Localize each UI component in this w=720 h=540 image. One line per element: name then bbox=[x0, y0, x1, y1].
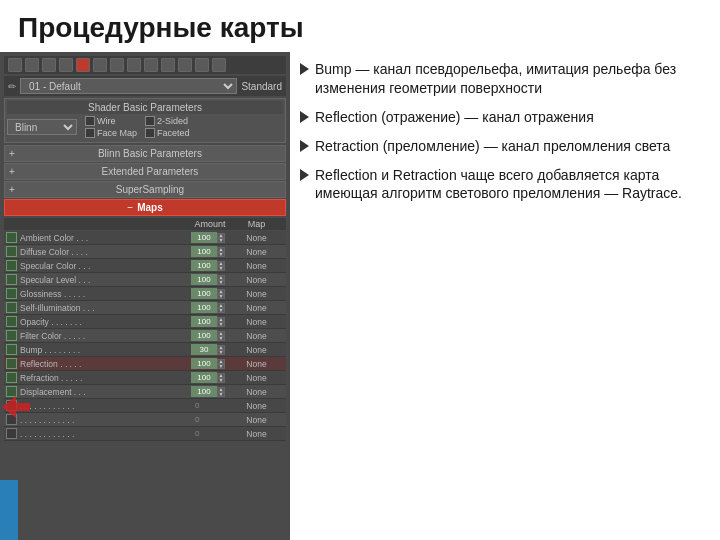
extended-section-bar[interactable]: + Extended Parameters bbox=[4, 163, 286, 180]
table-row: Specular Color . . . ▲ ▼ None bbox=[4, 259, 286, 273]
toolbar-icon-2[interactable] bbox=[25, 58, 39, 72]
map-row-amount: ▲ ▼ bbox=[191, 260, 229, 271]
material-name-dropdown[interactable]: 01 - Default bbox=[20, 78, 237, 94]
amount-input[interactable] bbox=[191, 372, 217, 383]
two-sided-checkbox[interactable] bbox=[145, 116, 155, 126]
map-checkbox[interactable] bbox=[6, 232, 17, 243]
col-header-map: Map bbox=[229, 219, 284, 229]
face-map-checkbox-item: Face Map bbox=[85, 128, 137, 138]
spinner-down[interactable]: ▼ bbox=[217, 252, 225, 257]
table-row: Reflection . . . . . ▲ ▼ None bbox=[4, 357, 286, 371]
supersampling-section-bar[interactable]: + SuperSampling bbox=[4, 181, 286, 198]
page-title: Процедурные карты bbox=[0, 0, 720, 52]
spinner-down[interactable]: ▼ bbox=[217, 336, 225, 341]
map-row-name: Filter Color . . . . . bbox=[20, 331, 191, 341]
wire-label: Wire bbox=[97, 116, 116, 126]
spinner-down[interactable]: ▼ bbox=[217, 322, 225, 327]
map-row-map: None bbox=[229, 261, 284, 271]
maps-section-bar[interactable]: − Maps bbox=[4, 199, 286, 216]
shader-type-dropdown[interactable]: Blinn bbox=[7, 119, 77, 135]
map-checkbox[interactable] bbox=[6, 316, 17, 327]
table-row: Opacity . . . . . . . ▲ ▼ None bbox=[4, 315, 286, 329]
map-row-map: None bbox=[229, 359, 284, 369]
maps-table: Ambient Color . . . ▲ ▼ None Diffuse Col… bbox=[4, 231, 286, 536]
toolbar-icon-1[interactable] bbox=[8, 58, 22, 72]
toolbar-icon-9[interactable] bbox=[144, 58, 158, 72]
map-row-name: Reflection . . . . . bbox=[20, 359, 191, 369]
spinner-down[interactable]: ▼ bbox=[217, 294, 225, 299]
svg-marker-0 bbox=[2, 396, 30, 418]
map-checkbox[interactable] bbox=[6, 302, 17, 313]
amount-input[interactable] bbox=[191, 260, 217, 271]
toolbar-icon-7[interactable] bbox=[110, 58, 124, 72]
amount-input[interactable] bbox=[191, 330, 217, 341]
toolbar-icon-12[interactable] bbox=[195, 58, 209, 72]
map-checkbox[interactable] bbox=[6, 372, 17, 383]
spinner-down[interactable]: ▼ bbox=[217, 280, 225, 285]
bullet-arrow bbox=[300, 63, 309, 75]
face-map-checkbox[interactable] bbox=[85, 128, 95, 138]
map-checkbox[interactable] bbox=[6, 344, 17, 355]
faceted-label: Faceted bbox=[157, 128, 190, 138]
map-checkbox[interactable] bbox=[6, 288, 17, 299]
table-row: Filter Color . . . . . ▲ ▼ None bbox=[4, 329, 286, 343]
toolbar-icon-3[interactable] bbox=[42, 58, 56, 72]
spinner-down[interactable]: ▼ bbox=[217, 378, 225, 383]
wire-checkbox[interactable] bbox=[85, 116, 95, 126]
toolbar-icon-8[interactable] bbox=[127, 58, 141, 72]
map-row-name: Diffuse Color . . . . bbox=[20, 247, 191, 257]
spinner-down[interactable]: ▼ bbox=[217, 350, 225, 355]
toolbar-icon-5[interactable] bbox=[76, 58, 90, 72]
bullet-arrow bbox=[300, 169, 309, 181]
map-checkbox[interactable] bbox=[6, 260, 17, 271]
map-row-name: Specular Color . . . bbox=[20, 261, 191, 271]
amount-input[interactable] bbox=[191, 246, 217, 257]
map-row-amount: ▲ ▼ bbox=[191, 386, 229, 397]
toolbar-icon-4[interactable] bbox=[59, 58, 73, 72]
map-checkbox[interactable] bbox=[6, 330, 17, 341]
extended-label: Extended Parameters bbox=[19, 166, 281, 177]
map-row-amount: ▲ ▼ bbox=[191, 232, 229, 243]
plus-icon-blinn: + bbox=[9, 148, 15, 159]
table-row: . . . . . . . . . . . . 0 None bbox=[4, 427, 286, 441]
map-checkbox[interactable] bbox=[6, 358, 17, 369]
amount-input[interactable] bbox=[191, 274, 217, 285]
map-checkbox[interactable] bbox=[6, 246, 17, 257]
faceted-checkbox[interactable] bbox=[145, 128, 155, 138]
map-row-amount: 0 bbox=[191, 415, 229, 424]
material-type-label: Standard bbox=[241, 81, 282, 92]
toolbar-icon-6[interactable] bbox=[93, 58, 107, 72]
spinner-down[interactable]: ▼ bbox=[217, 308, 225, 313]
map-row-name: . . . . . . . . . . . . bbox=[20, 429, 191, 439]
toolbar-icon-13[interactable] bbox=[212, 58, 226, 72]
map-row-amount: ▲ ▼ bbox=[191, 246, 229, 257]
two-sided-label: 2-Sided bbox=[157, 116, 188, 126]
spinner-down[interactable]: ▼ bbox=[217, 266, 225, 271]
spinner-down[interactable]: ▼ bbox=[217, 392, 225, 397]
map-row-map: None bbox=[229, 387, 284, 397]
shader-basic-title: Shader Basic Parameters bbox=[7, 101, 283, 114]
blinn-basic-section-bar[interactable]: + Blinn Basic Parameters bbox=[4, 145, 286, 162]
map-checkbox[interactable] bbox=[6, 428, 17, 439]
map-checkbox[interactable] bbox=[6, 274, 17, 285]
map-row-amount: ▲ ▼ bbox=[191, 288, 229, 299]
amount-input[interactable] bbox=[191, 358, 217, 369]
map-row-amount: ▲ ▼ bbox=[191, 274, 229, 285]
amount-input[interactable] bbox=[191, 302, 217, 313]
toolbar-icon-10[interactable] bbox=[161, 58, 175, 72]
spinner-down[interactable]: ▼ bbox=[217, 364, 225, 369]
map-row-amount: ▲ ▼ bbox=[191, 302, 229, 313]
wire-checkbox-item: Wire bbox=[85, 116, 137, 126]
supersampling-label: SuperSampling bbox=[19, 184, 281, 195]
amount-input[interactable] bbox=[191, 288, 217, 299]
right-panel: Bump — канал псевдорельефа, имитация рел… bbox=[290, 52, 720, 540]
table-row: Refraction . . . . . ▲ ▼ None bbox=[4, 371, 286, 385]
spinner-down[interactable]: ▼ bbox=[217, 238, 225, 243]
map-row-map: None bbox=[229, 275, 284, 285]
amount-input[interactable] bbox=[191, 386, 217, 397]
map-row-amount: ▲ ▼ bbox=[191, 316, 229, 327]
amount-input[interactable] bbox=[191, 232, 217, 243]
toolbar-icon-11[interactable] bbox=[178, 58, 192, 72]
amount-input[interactable] bbox=[191, 316, 217, 327]
amount-input[interactable] bbox=[191, 344, 217, 355]
